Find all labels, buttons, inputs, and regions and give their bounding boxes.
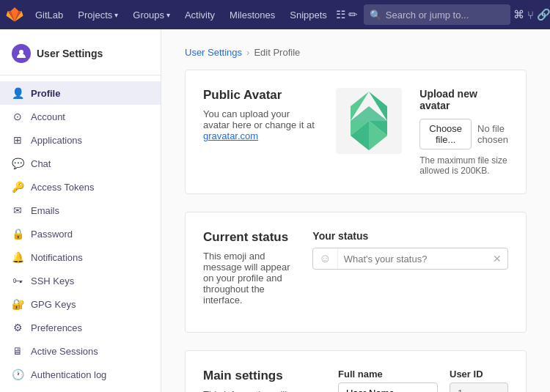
- status-input[interactable]: [338, 249, 487, 269]
- your-status-label: Your status: [312, 230, 508, 242]
- sidebar-item-label: SSH Keys: [31, 275, 74, 286]
- nav-snippets[interactable]: Snippets: [284, 10, 333, 21]
- sidebar-item-label: GPG Keys: [31, 299, 76, 310]
- status-section: Current status This emoji and message wi…: [185, 212, 527, 333]
- choose-file-button[interactable]: Choose file...: [419, 119, 472, 149]
- nav-groups[interactable]: Groups ▾: [127, 10, 176, 21]
- sidebar-item-label: Access Tokens: [31, 182, 94, 193]
- breadcrumb-current: Edit Profile: [254, 47, 300, 58]
- command-icon[interactable]: ⌘: [513, 4, 524, 25]
- upload-title: Upload new avatar: [419, 88, 508, 111]
- user-id-group: User ID: [450, 369, 508, 392]
- main-settings-desc: Main settings This information will appe…: [203, 369, 320, 392]
- clock-icon: 🕐: [12, 369, 23, 380]
- sidebar-item-label: Preferences: [31, 322, 82, 333]
- status-section-desc: This emoji and message will appear on yo…: [203, 251, 301, 306]
- sidebar-item-label: Active Sessions: [31, 346, 98, 357]
- sidebar-item-chat[interactable]: 💬 Chat: [0, 152, 161, 175]
- user-id-input[interactable]: [450, 382, 508, 392]
- emoji-picker-button[interactable]: ☺: [313, 248, 337, 269]
- sidebar: User Settings 👤 Profile ⊙ Account ⊞ Appl…: [0, 29, 161, 392]
- monitor-icon: 🖥: [12, 345, 23, 357]
- full-name-input[interactable]: [338, 382, 438, 392]
- user-circle-icon: ⊙: [12, 111, 23, 122]
- main-settings-title: Main settings: [203, 369, 320, 383]
- avatar-section-desc: You can upload your avatar here or chang…: [203, 108, 318, 141]
- merge-icon[interactable]: ⑂: [527, 4, 534, 25]
- status-left: Current status This emoji and message wi…: [203, 230, 301, 314]
- sidebar-item-label: Emails: [31, 205, 59, 216]
- grid-icon: ⊞: [12, 134, 23, 146]
- chat-icon: 💬: [12, 158, 23, 169]
- sidebar-item-applications[interactable]: ⊞ Applications: [0, 128, 161, 152]
- sidebar-item-auth-log[interactable]: 🕐 Authentication log: [0, 363, 161, 386]
- search-box[interactable]: 🔍: [364, 4, 510, 25]
- pencil-icon[interactable]: ✏: [348, 4, 358, 25]
- sidebar-brand-icon: [12, 44, 31, 63]
- gitlab-logo[interactable]: [6, 6, 23, 23]
- nav-activity[interactable]: Activity: [179, 10, 221, 21]
- sidebar-item-label: Applications: [31, 135, 82, 146]
- sidebar-item-gpg-keys[interactable]: 🔐 GPG Keys: [0, 292, 161, 316]
- search-icon: 🔍: [370, 10, 381, 21]
- email-icon: ✉: [12, 204, 23, 216]
- full-name-label: Full name: [338, 369, 438, 380]
- topnav: GitLab Projects ▾ Groups ▾ Activity Mile…: [0, 0, 550, 29]
- sidebar-item-pipeline-quota[interactable]: 📊 Pipeline quota: [0, 386, 161, 392]
- sidebar-item-password[interactable]: 🔒 Password: [0, 222, 161, 245]
- no-file-text: No file chosen: [477, 123, 508, 145]
- nav-milestones[interactable]: Milestones: [224, 10, 281, 21]
- sidebar-item-label: Profile: [31, 88, 60, 99]
- main-settings-section: Main settings This information will appe…: [185, 350, 527, 392]
- name-userid-row: Full name Enter your name, so people you…: [338, 369, 508, 392]
- sidebar-brand-label: User Settings: [37, 48, 103, 59]
- avatar-section: Public Avatar You can upload your avatar…: [185, 70, 527, 194]
- file-row: Choose file... No file chosen: [419, 119, 508, 149]
- link-icon[interactable]: 🔗: [537, 4, 550, 25]
- gravatar-link[interactable]: gravatar.com: [203, 130, 258, 141]
- lock-icon: 🔒: [12, 228, 23, 240]
- main-settings-form: Full name Enter your name, so people you…: [338, 369, 508, 392]
- status-input-wrap: ☺ ✕: [312, 248, 508, 270]
- sidebar-item-label: Notifications: [31, 252, 83, 263]
- person-icon: 👤: [12, 87, 23, 99]
- file-size-hint: The maximum file size allowed is 200KB.: [419, 155, 508, 176]
- main-settings-subdesc: This information will appear on your pro…: [203, 389, 320, 392]
- search-input[interactable]: [386, 10, 503, 21]
- full-name-group: Full name Enter your name, so people you…: [338, 369, 438, 392]
- status-right: Your status ☺ ✕: [312, 230, 508, 270]
- main-settings-layout: Main settings This information will appe…: [203, 369, 508, 392]
- user-id-label: User ID: [450, 369, 508, 380]
- sidebar-item-label: Password: [31, 229, 73, 240]
- nav-projects[interactable]: Projects ▾: [72, 10, 124, 21]
- breadcrumb-separator: ›: [246, 47, 249, 58]
- ssh-icon: 🗝: [12, 275, 23, 286]
- sidebar-item-emails[interactable]: ✉ Emails: [0, 199, 161, 222]
- breadcrumb: User Settings › Edit Profile: [185, 47, 527, 58]
- gpg-icon: 🔐: [12, 298, 23, 310]
- avatar-upload-area: Upload new avatar Choose file... No file…: [419, 88, 508, 176]
- sidebar-item-active-sessions[interactable]: 🖥 Active Sessions: [0, 339, 161, 363]
- main-content: User Settings › Edit Profile Public Avat…: [161, 29, 550, 392]
- sidebar-item-label: Account: [31, 111, 65, 122]
- nav-gitlab-label[interactable]: GitLab: [29, 10, 69, 21]
- avatar-section-title: Public Avatar: [203, 88, 318, 103]
- status-section-title: Current status: [203, 230, 301, 245]
- sidebar-item-notifications[interactable]: 🔔 Notifications: [0, 245, 161, 269]
- status-clear-button[interactable]: ✕: [487, 249, 507, 268]
- breadcrumb-parent[interactable]: User Settings: [185, 47, 242, 58]
- sidebar-item-label: Chat: [31, 158, 51, 169]
- sliders-icon: ⚙: [12, 322, 23, 333]
- bell-icon: 🔔: [12, 251, 23, 263]
- sidebar-item-ssh-keys[interactable]: 🗝 SSH Keys: [0, 269, 161, 292]
- sidebar-item-profile[interactable]: 👤 Profile: [0, 81, 161, 105]
- sidebar-item-account[interactable]: ⊙ Account: [0, 105, 161, 128]
- chevron-down-icon: ▾: [166, 11, 170, 19]
- sidebar-brand: User Settings: [0, 41, 161, 75]
- chart-icon[interactable]: ☷: [336, 4, 345, 25]
- chevron-down-icon: ▾: [114, 11, 118, 19]
- key-icon: 🔑: [12, 181, 23, 193]
- sidebar-item-access-tokens[interactable]: 🔑 Access Tokens: [0, 175, 161, 199]
- sidebar-item-label: Authentication log: [31, 369, 106, 380]
- sidebar-item-preferences[interactable]: ⚙ Preferences: [0, 316, 161, 339]
